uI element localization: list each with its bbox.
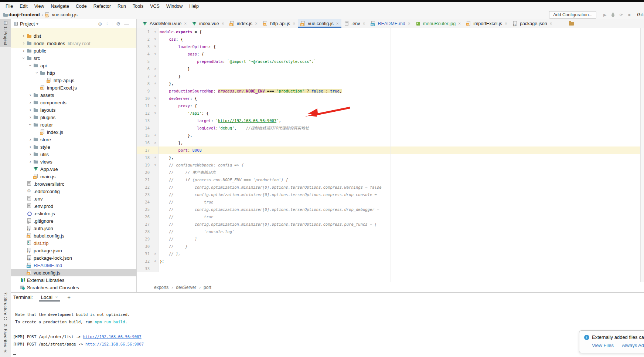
- fold-marker-icon[interactable]: [152, 176, 159, 183]
- fold-marker-icon[interactable]: [152, 265, 159, 272]
- git-branch-label[interactable]: Git:: [637, 12, 644, 17]
- fold-marker-icon[interactable]: [152, 220, 159, 228]
- tree-row[interactable]: dist.zip: [11, 239, 136, 247]
- close-tab-icon[interactable]: ×: [336, 21, 339, 26]
- chevron-icon[interactable]: ›: [27, 115, 33, 120]
- chevron-icon[interactable]: ›: [27, 159, 33, 164]
- tree-row[interactable]: main.js: [11, 173, 136, 180]
- tree-row[interactable]: › assets: [11, 91, 136, 99]
- view-files-link[interactable]: View Files: [592, 343, 614, 348]
- tree-row[interactable]: › src: [11, 54, 136, 62]
- fold-marker-icon[interactable]: [152, 183, 159, 191]
- breadcrumb-item[interactable]: exports: [154, 285, 168, 290]
- fold-marker-icon[interactable]: ∨: [152, 102, 159, 110]
- tree-row[interactable]: .gitignore: [11, 217, 136, 225]
- tool-window-button[interactable]: 7: Structure: [3, 290, 8, 322]
- tree-row[interactable]: › utils: [11, 151, 136, 158]
- close-tab-icon[interactable]: ×: [222, 21, 224, 26]
- tree-row[interactable]: importExcel.js: [11, 84, 136, 91]
- close-tab-icon[interactable]: ×: [550, 21, 552, 26]
- tool-window-button[interactable]: 1: Project: [0, 19, 11, 47]
- fold-marker-icon[interactable]: [152, 206, 159, 213]
- menu-item[interactable]: Code: [72, 2, 90, 10]
- chevron-icon[interactable]: ›: [27, 107, 33, 112]
- fold-marker-icon[interactable]: ∨: [152, 161, 159, 169]
- terminal-url-link[interactable]: http://192.168.66.56:9007: [85, 342, 144, 346]
- tree-row[interactable]: vue.config.js: [11, 269, 136, 276]
- close-tab-icon[interactable]: ×: [505, 21, 507, 26]
- tree-row[interactable]: index.js: [11, 128, 136, 136]
- fold-marker-icon[interactable]: ∧: [152, 73, 159, 80]
- tree-row[interactable]: External Libraries: [11, 276, 136, 284]
- tree-row[interactable]: › views: [11, 158, 136, 165]
- fold-marker-icon[interactable]: [152, 191, 159, 198]
- menu-item[interactable]: Edit: [16, 2, 31, 10]
- tree-row[interactable]: › style: [11, 143, 136, 151]
- tree-row[interactable]: › layouts: [11, 106, 136, 114]
- debug-icon[interactable]: [611, 13, 615, 17]
- fold-marker-icon[interactable]: [152, 117, 159, 124]
- fold-marker-icon[interactable]: ∧: [152, 132, 159, 139]
- tree-row[interactable]: .env: [11, 195, 136, 202]
- gear-icon[interactable]: ⚙: [116, 21, 120, 27]
- fold-marker-icon[interactable]: [152, 58, 159, 65]
- chevron-icon[interactable]: ›: [21, 33, 27, 38]
- tree-row[interactable]: › components: [11, 99, 136, 106]
- fold-marker-icon[interactable]: [152, 198, 159, 206]
- editor-scrollbar[interactable]: [640, 28, 644, 282]
- fold-marker-icon[interactable]: ∨: [152, 36, 159, 43]
- terminal-url-link[interactable]: http://192.168.66.56:9007: [83, 334, 142, 339]
- fold-marker-icon[interactable]: ∨: [152, 50, 159, 58]
- tree-row[interactable]: babel.config.js: [11, 232, 136, 239]
- collapse-all-icon[interactable]: ÷: [106, 21, 108, 27]
- editor-tab[interactable]: http-api.js ×: [260, 19, 298, 28]
- new-terminal-icon[interactable]: +: [67, 294, 71, 300]
- editor-tab[interactable]: importExcel.js ×: [463, 19, 510, 28]
- tree-row[interactable]: package.json: [11, 247, 136, 254]
- fold-marker-icon[interactable]: ∧: [152, 80, 159, 87]
- tree-row[interactable]: › plugins: [11, 114, 136, 121]
- fold-marker-icon[interactable]: ∧: [152, 257, 159, 265]
- fold-marker-icon[interactable]: ∨: [152, 110, 159, 117]
- fold-marker-icon[interactable]: ∧: [152, 250, 159, 257]
- close-tab-icon[interactable]: ×: [458, 21, 461, 26]
- chevron-icon[interactable]: ›: [28, 63, 33, 68]
- menu-item[interactable]: Help: [186, 2, 202, 10]
- editor-tab[interactable]: index.js ×: [227, 19, 260, 28]
- chevron-icon[interactable]: ›: [27, 92, 33, 98]
- editor-tab[interactable]: index.vue ×: [189, 19, 227, 28]
- run-icon[interactable]: ▶: [601, 13, 609, 17]
- tree-row[interactable]: .eslintrc.js: [11, 210, 136, 217]
- fold-marker-icon[interactable]: [152, 169, 159, 176]
- fold-marker-icon[interactable]: [152, 243, 159, 250]
- editor-area[interactable]: AsideMenu.vue × index.vue × index.js × h…: [137, 19, 644, 292]
- breadcrumb-project[interactable]: duoji-frontend: [8, 12, 40, 17]
- fold-marker-icon[interactable]: [152, 213, 159, 220]
- fold-marker-icon[interactable]: ∨: [152, 43, 159, 50]
- terminal-tab-local[interactable]: Local ×: [38, 293, 61, 302]
- tree-row[interactable]: › api: [11, 62, 136, 69]
- breadcrumb-item[interactable]: port: [204, 285, 211, 290]
- chevron-icon[interactable]: ›: [21, 55, 26, 61]
- chevron-icon[interactable]: ›: [21, 41, 27, 46]
- editor-tab[interactable]: .env ×: [341, 19, 368, 28]
- breadcrumb-file[interactable]: vue.config.js: [52, 12, 77, 17]
- tree-row[interactable]: Scratches and Consoles: [11, 284, 136, 291]
- menu-item[interactable]: Tools: [129, 2, 147, 10]
- chevron-icon[interactable]: ›: [27, 152, 33, 157]
- menu-item[interactable]: VCS: [147, 2, 163, 10]
- fold-marker-icon[interactable]: [152, 124, 159, 132]
- chevron-icon[interactable]: ›: [27, 137, 33, 142]
- fold-marker-icon[interactable]: ∨: [152, 95, 159, 102]
- tree-row[interactable]: .browserslistrc: [11, 180, 136, 188]
- chevron-icon[interactable]: ›: [27, 144, 33, 149]
- chevron-icon[interactable]: ›: [28, 122, 33, 128]
- tree-row[interactable]: .env.prod: [11, 202, 136, 210]
- hidden-tabs-icon[interactable]: [569, 22, 574, 26]
- always-add-link[interactable]: Always Add: [622, 343, 644, 348]
- fold-marker-icon[interactable]: [152, 146, 159, 154]
- editor-tab[interactable]: vue.config.js ×: [298, 19, 341, 28]
- tree-row[interactable]: .editorconfig: [11, 188, 136, 195]
- menu-item[interactable]: File: [2, 2, 16, 10]
- fold-marker-icon[interactable]: ∨: [152, 28, 159, 36]
